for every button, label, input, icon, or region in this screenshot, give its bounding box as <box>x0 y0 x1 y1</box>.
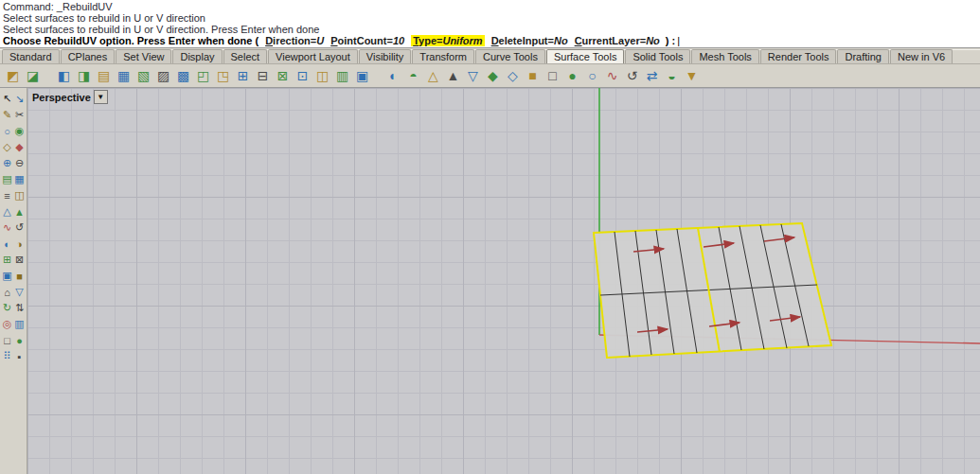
sidebar-tool-icon[interactable]: ◑ <box>13 236 26 252</box>
sidebar-tool-icon[interactable]: ◇ <box>1 139 13 155</box>
toolbar-icon[interactable]: ○ <box>582 66 602 86</box>
toolbar-icon[interactable]: ◆ <box>483 66 503 86</box>
tab-mesh-tools[interactable]: Mesh Tools <box>691 49 758 63</box>
cmd-option-type[interactable]: Type=Uniform <box>411 35 484 46</box>
toolbar-icon[interactable]: ◳ <box>213 66 233 86</box>
toolbar-icon-group: ◩◪ <box>3 66 43 86</box>
sidebar-tool-icon[interactable]: ◆ <box>13 139 26 155</box>
cmd-option-deleteinput[interactable]: DeleteInput=No <box>491 35 568 46</box>
toolbar-icon[interactable]: ⊟ <box>253 66 273 86</box>
toolbar-icon[interactable]: ◪ <box>23 66 43 86</box>
sidebar-tool-icon[interactable]: ↖ <box>1 91 13 107</box>
sidebar-tool-icon[interactable]: ⌂ <box>1 284 13 300</box>
tab-standard[interactable]: Standard <box>2 49 60 63</box>
toolbar-icon[interactable]: ◰ <box>193 66 213 86</box>
toolbar-icon[interactable]: ◐ <box>383 66 403 86</box>
sidebar-tool-icon[interactable]: ↘ <box>13 91 26 107</box>
sidebar-tool-icon[interactable]: ▣ <box>1 268 13 284</box>
toolbar-icon[interactable]: ▲ <box>443 66 463 86</box>
viewport-title[interactable]: Perspective ▼ <box>32 90 108 104</box>
tab-visibility[interactable]: Visibility <box>359 49 412 63</box>
sidebar-tool-icon[interactable]: ■ <box>13 268 26 284</box>
toolbar-icon[interactable]: ⊞ <box>233 66 253 86</box>
tab-surface-tools[interactable]: Surface Tools <box>546 49 624 63</box>
sidebar-tool-icon[interactable]: ↻ <box>1 300 13 316</box>
tab-set-view[interactable]: Set View <box>116 49 171 63</box>
cmd-option-currentlayer[interactable]: CurrentLayer=No <box>575 35 660 46</box>
toolbar-icon[interactable]: ▤ <box>94 66 114 86</box>
sidebar-tool-icon[interactable]: ▪ <box>13 348 26 364</box>
tab-cplanes[interactable]: CPlanes <box>61 49 116 63</box>
tab-new-in-v6[interactable]: New in V6 <box>890 49 953 63</box>
tab-display[interactable]: Display <box>172 49 222 63</box>
toolbar-icon[interactable]: ◨ <box>74 66 94 86</box>
toolbar-icon[interactable]: △ <box>423 66 443 86</box>
sidebar-tool-icon[interactable]: ⊖ <box>13 155 26 171</box>
cmd-option-direction[interactable]: Direction=U <box>265 35 324 46</box>
sidebar-tool-icon[interactable]: ≡ <box>1 187 13 203</box>
toolbar-icon[interactable]: ◩ <box>3 66 23 86</box>
tab-transform[interactable]: Transform <box>412 49 474 63</box>
command-history-line: Select surfaces to rebuild in U or V dir… <box>3 12 980 24</box>
sidebar-tool-icon[interactable]: ▥ <box>13 316 26 332</box>
sidebar-tool-icon[interactable]: ∿ <box>1 219 13 236</box>
toolbar-icon[interactable]: ◇ <box>503 66 523 86</box>
sidebar-tool-icon[interactable]: ◐ <box>1 236 13 252</box>
toolbar-icon[interactable]: ▦ <box>114 66 134 86</box>
toolbar-icon[interactable]: ■ <box>523 66 543 86</box>
toolbar-icon[interactable]: ▩ <box>173 66 193 86</box>
toolbar-icon[interactable]: ⇄ <box>642 66 662 86</box>
sidebar-tool-icon[interactable]: ▤ <box>1 171 13 187</box>
sidebar-tool-icon[interactable]: ✎ <box>1 107 13 123</box>
sidebar-tool-icon[interactable]: ▽ <box>13 284 26 300</box>
toolbar-icon[interactable]: ▨ <box>153 66 173 86</box>
sidebar-tool-icon[interactable]: ⠿ <box>1 348 13 364</box>
toolbar-icon[interactable]: ◫ <box>312 66 332 86</box>
sidebar-tool-icon[interactable]: ◫ <box>13 187 26 203</box>
sidebar-tool-icon[interactable]: ▦ <box>13 171 26 187</box>
sidebar-tool-icon[interactable]: ✂ <box>13 107 26 123</box>
tab-render-tools[interactable]: Render Tools <box>760 49 837 63</box>
toolbar-icon[interactable]: ▼ <box>682 66 702 86</box>
sidebar-tool-icon[interactable]: ○ <box>1 123 13 139</box>
sidebar-tool-icon[interactable]: ▲ <box>13 203 26 219</box>
tab-drafting[interactable]: Drafting <box>837 49 889 63</box>
sidebar-tool-icon[interactable]: ⊠ <box>13 252 26 268</box>
toolbar-icon-group: ◐◓△▲▽◆◇■□●○∿↺⇄◒▼ <box>383 66 702 86</box>
toolbar-icon[interactable]: ◓ <box>403 66 423 86</box>
tab-solid-tools[interactable]: Solid Tools <box>625 49 690 63</box>
sidebar-tool-icon[interactable]: ⇅ <box>13 300 26 316</box>
tab-curve-tools[interactable]: Curve Tools <box>475 49 545 63</box>
toolbar-icon[interactable]: ▽ <box>463 66 483 86</box>
viewport-title-label[interactable]: Perspective <box>32 92 91 103</box>
toolbar-icon[interactable]: ● <box>562 66 582 86</box>
sidebar-tool-icon[interactable]: ◉ <box>13 123 26 139</box>
toolbar-icon[interactable]: □ <box>543 66 562 86</box>
viewport-perspective[interactable]: Perspective ▼ <box>27 88 980 474</box>
sidebar-tool-icon[interactable]: ⊕ <box>1 155 13 171</box>
toolbar-icon[interactable]: ⊠ <box>273 66 293 86</box>
command-area[interactable]: Command: _RebuildUVSelect surfaces to re… <box>0 0 980 48</box>
command-history: Command: _RebuildUVSelect surfaces to re… <box>3 1 980 35</box>
toolbar-icon[interactable]: ◒ <box>662 66 682 86</box>
cmd-option-pointcount[interactable]: PointCount=10 <box>330 35 404 46</box>
sidebar-tool-icon[interactable]: ◎ <box>1 316 13 332</box>
tab-select[interactable]: Select <box>223 49 268 63</box>
toolbar-tab-bar: StandardCPlanesSet ViewDisplaySelectView… <box>0 49 980 64</box>
tab-viewport-layout[interactable]: Viewport Layout <box>268 49 358 63</box>
command-prompt-line[interactable]: Choose RebuildUV option. Press Enter whe… <box>3 35 980 47</box>
toolbar-icon[interactable]: ▧ <box>134 66 153 86</box>
toolbar-icon[interactable]: ∿ <box>602 66 622 86</box>
toolbar-icon[interactable]: ↺ <box>622 66 642 86</box>
toolbar-icon[interactable]: ◧ <box>54 66 74 86</box>
sidebar-tool-icon[interactable]: △ <box>1 203 13 219</box>
viewport-title-dropdown-icon[interactable]: ▼ <box>94 90 108 104</box>
sidebar-tool-icon[interactable]: □ <box>1 332 13 348</box>
sidebar-tool-icon[interactable]: ↺ <box>13 219 26 236</box>
sidebar-tool-icon[interactable]: ● <box>13 332 26 348</box>
main-tool-sidebar: ↖↘✎✂○◉◇◆⊕⊖▤▦≡◫△▲∿↺◐◑⊞⊠▣■⌂▽↻⇅◎▥□●⠿▪ <box>0 88 27 474</box>
sidebar-tool-icon[interactable]: ⊞ <box>1 252 13 268</box>
toolbar-icon[interactable]: ▣ <box>352 66 372 86</box>
toolbar-icon[interactable]: ▥ <box>332 66 352 86</box>
toolbar-icon[interactable]: ⊡ <box>293 66 312 86</box>
